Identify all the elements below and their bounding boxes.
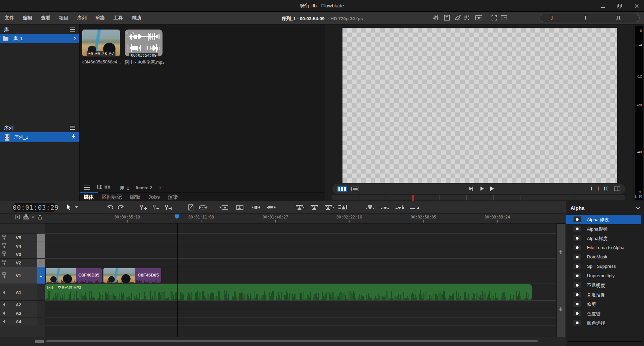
clip-ticks-icon[interactable] bbox=[198, 204, 206, 211]
track-head-v4[interactable]: V4 bbox=[0, 242, 45, 250]
prev-frame-button[interactable] bbox=[468, 186, 475, 192]
track-active-toggle[interactable] bbox=[37, 250, 45, 258]
ruler-up-arrow-icon[interactable] bbox=[310, 204, 318, 211]
track-head-v1[interactable]: V1 bbox=[0, 267, 45, 284]
track-active-toggle[interactable] bbox=[37, 317, 45, 326]
file-corner-icon[interactable] bbox=[187, 204, 195, 211]
timeline-horizontal-scroll[interactable] bbox=[0, 337, 566, 346]
next-frame-button[interactable] bbox=[489, 186, 496, 192]
insert-left-arrow-icon[interactable] bbox=[219, 204, 227, 211]
gmic-brush-icon[interactable] bbox=[455, 15, 462, 21]
window-layout-icon[interactable] bbox=[501, 15, 508, 21]
monitor-playhead[interactable] bbox=[412, 195, 414, 201]
track-active-toggle[interactable] bbox=[37, 309, 45, 317]
video-clip-1[interactable]: C8F46D85 bbox=[45, 268, 102, 283]
monitor-scrub-bar[interactable] bbox=[332, 195, 625, 200]
restore-button[interactable] bbox=[616, 3, 623, 9]
lane-v3[interactable] bbox=[45, 250, 557, 258]
tree-structure-icon[interactable] bbox=[23, 214, 29, 220]
timeline-playhead-line[interactable] bbox=[177, 224, 178, 337]
menu-edit[interactable]: 编辑 bbox=[23, 15, 32, 21]
lane-a2[interactable] bbox=[45, 300, 557, 309]
box-ibeam-icon[interactable] bbox=[235, 204, 243, 211]
ruler-up-arrow-right-icon[interactable] bbox=[324, 204, 332, 211]
lane-a3[interactable] bbox=[45, 309, 557, 317]
media-item-video[interactable]: 00:00:28:07 c8f46d85a5068c4… bbox=[82, 30, 121, 64]
filter-item[interactable]: 不透明度 bbox=[566, 281, 644, 290]
track-head-v2[interactable]: V2 bbox=[0, 258, 45, 267]
tab-edit[interactable]: 编辑 bbox=[126, 193, 144, 201]
mark-range-button[interactable]: ][ bbox=[616, 15, 621, 20]
track-active-toggle[interactable] bbox=[37, 259, 45, 267]
down-arrow-dots-icon[interactable] bbox=[380, 204, 388, 211]
sequence-item[interactable]: 序列_1 bbox=[0, 132, 79, 142]
down-arrow-brackets-icon[interactable] bbox=[365, 204, 373, 211]
undo-icon[interactable] bbox=[107, 204, 115, 211]
lane-v5[interactable] bbox=[45, 233, 557, 242]
timeline-playhead-marker[interactable] bbox=[175, 214, 179, 219]
menu-help[interactable]: 帮助 bbox=[132, 15, 141, 21]
tab-jobs[interactable]: Jobs bbox=[144, 193, 164, 201]
mark-in-button[interactable]: [ bbox=[597, 186, 600, 191]
down-arrow-bar-right-icon[interactable] bbox=[395, 204, 403, 211]
menu-view[interactable]: 查看 bbox=[41, 15, 50, 21]
audio-clip[interactable]: 阿山 - 克鲁伦河.MP3 bbox=[45, 284, 532, 300]
clip-mode-icon[interactable] bbox=[351, 187, 359, 191]
track-head-v5[interactable]: V5 bbox=[0, 233, 45, 242]
redo-icon[interactable] bbox=[117, 204, 125, 211]
lane-a1[interactable]: 阿山 - 克鲁伦河.MP3 bbox=[45, 284, 557, 300]
timeline-ruler[interactable]: 00:00:35:19 00:01:11:08 00:01:46:27 00:0… bbox=[0, 214, 566, 224]
bin-footer-menu-icon[interactable] bbox=[84, 186, 90, 190]
bars-in-arrows-icon[interactable] bbox=[251, 204, 259, 211]
filter-item[interactable]: Alpha 修改 bbox=[566, 215, 641, 224]
menu-file[interactable]: 文件 bbox=[5, 15, 14, 21]
lane-a4[interactable] bbox=[45, 317, 557, 326]
filter-group-dropdown[interactable]: Alpha bbox=[566, 203, 644, 213]
track-active-toggle[interactable] bbox=[37, 284, 45, 300]
timeline-vertical-scrollbar[interactable] bbox=[556, 224, 565, 337]
filter-box-icon[interactable] bbox=[475, 15, 482, 21]
bar-out-arrows-icon[interactable] bbox=[266, 204, 274, 211]
bins-menu-icon[interactable] bbox=[70, 28, 75, 32]
timecode-display[interactable]: 00:01:03:29 bbox=[12, 203, 56, 212]
lane-v1[interactable]: C8F46D85 C8F46D85 bbox=[45, 267, 557, 284]
track-head-v3[interactable]: V3 bbox=[0, 250, 45, 258]
filter-item[interactable]: Spill Suppress bbox=[566, 262, 644, 271]
list-view-icon[interactable] bbox=[97, 185, 102, 189]
track-head-a3[interactable]: A3 bbox=[0, 309, 45, 317]
tab-render[interactable]: 渲染 bbox=[164, 193, 182, 201]
timeline-mode-icon[interactable] bbox=[337, 186, 347, 192]
filter-item[interactable]: Alpha形状 bbox=[566, 224, 644, 234]
filter-item[interactable]: Unpremultiply bbox=[566, 271, 644, 281]
filter-item[interactable]: RotoMask bbox=[566, 252, 644, 262]
two-pane-view-icon[interactable] bbox=[614, 186, 620, 192]
fullscreen-icon[interactable] bbox=[491, 15, 499, 21]
filter-item[interactable]: Alpha梯度 bbox=[566, 234, 644, 243]
pointer-tool-icon[interactable] bbox=[66, 204, 74, 211]
dots-grid-icon[interactable] bbox=[464, 15, 471, 21]
track-active-toggle[interactable] bbox=[37, 301, 45, 309]
minimize-button[interactable] bbox=[600, 3, 606, 9]
hscroll-track[interactable] bbox=[46, 340, 538, 342]
tab-range-log[interactable]: 区间标记 bbox=[98, 193, 126, 201]
down-arrow-step-icon[interactable] bbox=[410, 204, 418, 211]
add-marker-icon[interactable] bbox=[139, 204, 147, 211]
filter-item[interactable]: 颜色选择 bbox=[566, 318, 644, 328]
grid-view-icon[interactable] bbox=[104, 185, 110, 189]
play-button[interactable] bbox=[479, 186, 486, 192]
track-head-a4[interactable]: A4 bbox=[0, 317, 45, 326]
tab-media[interactable]: 媒体 bbox=[80, 193, 98, 201]
track-active-toggle[interactable] bbox=[37, 234, 45, 242]
scroll-up-icon[interactable] bbox=[559, 250, 563, 254]
menu-tools[interactable]: 工具 bbox=[113, 15, 123, 21]
filter-item[interactable]: 亮度抠像 bbox=[566, 290, 644, 299]
bin-item[interactable]: 库_1 2 bbox=[0, 34, 79, 43]
to-mark-out-button[interactable]: ] bbox=[551, 15, 553, 20]
delete-marker-icon[interactable] bbox=[152, 204, 160, 211]
lane-v4[interactable] bbox=[45, 242, 557, 250]
numbered-up-arrow-icon[interactable] bbox=[338, 204, 346, 211]
track-head-a2[interactable]: A2 bbox=[0, 300, 45, 309]
zoom-out-button[interactable]: - bbox=[163, 185, 164, 190]
track-head-a1[interactable]: A1 bbox=[0, 284, 45, 300]
scroll-down-icon[interactable] bbox=[559, 307, 563, 312]
